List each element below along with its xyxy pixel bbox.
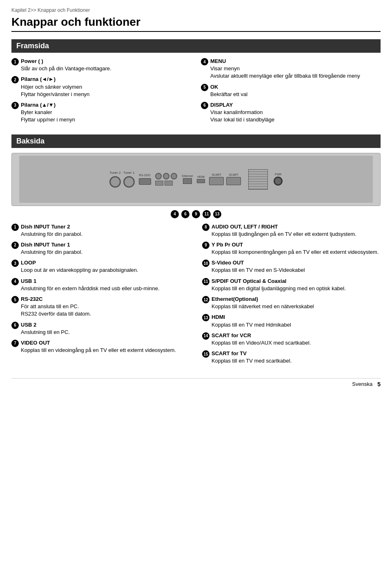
- item-text: Pilarna (▲/▼)Byter kanalerFlyttar upp/ne…: [21, 101, 75, 124]
- item-text: VIDEO OUTKopplas till en videoingång på …: [21, 339, 176, 354]
- item-label: RS-232C: [21, 296, 42, 302]
- item-label: DISPLAY: [210, 102, 233, 108]
- item-number: 4: [201, 58, 208, 65]
- list-item: 5OKBekräftar ett val: [201, 83, 381, 98]
- item-label: Power ( ): [21, 58, 43, 64]
- item-number: 11: [202, 278, 209, 285]
- list-item: 15SCART for TVKopplas till en TV med sca…: [202, 350, 381, 365]
- item-number: 9: [202, 242, 209, 249]
- item-text: MENUVisar menynAvslutar aktuellt menyläg…: [210, 58, 360, 80]
- device-image: Tuner 2 Tuner 1 RS-232C: [11, 153, 381, 206]
- item-number: 8: [202, 224, 209, 231]
- list-item: 4USB 1Anslutning för en extern hårddisk …: [11, 278, 190, 292]
- item-label: SCART for VCR: [212, 332, 251, 338]
- list-item: 3LOOPLoop out är en vidarekoppling av pa…: [11, 259, 190, 274]
- list-item: 2Dish INPUT Tuner 1Anslutning för din pa…: [11, 241, 190, 256]
- list-item: 10S-Video OUTKopplas till en TV med en S…: [202, 259, 381, 274]
- item-text: RS-232CFör att ansluta till en PC.RS232 …: [21, 296, 91, 318]
- baksida-left-col: 1Dish INPUT Tuner 2Anslutning för din pa…: [11, 223, 190, 368]
- item-label: USB 2: [21, 322, 36, 328]
- item-text: Y Pb Pr OUTKopplas till komponentingånge…: [212, 241, 379, 256]
- list-item: 1Dish INPUT Tuner 2Anslutning för din pa…: [11, 223, 190, 238]
- list-item: 6USB 2Anslutning till en PC.: [11, 321, 190, 336]
- list-item: 1Power ( )Slår av och på din Vantage-mot…: [11, 58, 191, 72]
- list-item: 14SCART for VCRKopplas till en Video/AUX…: [202, 332, 381, 347]
- item-text: AUDIO OUT, LEFT / RIGHTKopplas till ljud…: [212, 223, 356, 238]
- item-text: USB 1Anslutning för en extern hårddisk m…: [21, 278, 160, 292]
- item-label: Y Pb Pr OUT: [212, 242, 243, 248]
- item-number: 5: [201, 84, 208, 91]
- framsida-left: 1Power ( )Slår av och på din Vantage-mot…: [11, 58, 191, 127]
- list-item: 11S/PDIF OUT Optical & CoaxialKopplas ti…: [202, 278, 381, 292]
- footer: Svenska 5: [11, 378, 381, 388]
- item-number: 3: [11, 102, 19, 109]
- item-number: 14: [202, 332, 209, 340]
- list-item: 3Pilarna (▲/▼)Byter kanalerFlyttar upp/n…: [11, 101, 191, 124]
- page-number: 5: [377, 381, 381, 388]
- indicator-number: 9: [192, 210, 200, 218]
- indicator-number: 6: [181, 210, 189, 218]
- list-item: 9Y Pb Pr OUTKopplas till komponentingång…: [202, 241, 381, 256]
- item-label: S/PDIF OUT Optical & Coaxial: [212, 278, 286, 284]
- item-text: Power ( )Slår av och på din Vantage-mott…: [21, 58, 111, 72]
- list-item: 5RS-232CFör att ansluta till en PC.RS232…: [11, 296, 190, 318]
- list-item: 6DISPLAYVisar kanalinformationVisar loka…: [201, 101, 381, 124]
- page-title: Knappar och funktioner: [11, 16, 381, 32]
- baksida-header: Baksida: [11, 134, 381, 148]
- list-item: 13HDMIKopplas till en TV med Hdmikabel: [202, 314, 381, 328]
- item-number: 7: [11, 340, 19, 347]
- item-label: Ethernet(Optional): [212, 296, 258, 302]
- framsida-content: 1Power ( )Slår av och på din Vantage-mot…: [11, 58, 381, 127]
- indicator-number: 4: [171, 210, 179, 218]
- footer-language: Svenska: [352, 381, 372, 387]
- device-inner: Tuner 2 Tuner 1 RS-232C: [19, 156, 373, 203]
- item-number: 1: [11, 224, 19, 231]
- item-label: Pilarna (◄/►): [21, 76, 56, 82]
- item-text: Pilarna (◄/►)Höjer och sänker volymenFly…: [21, 76, 89, 98]
- list-item: 12Ethernet(Optional)Kopplas till nätverk…: [202, 296, 381, 310]
- list-item: 8AUDIO OUT, LEFT / RIGHTKopplas till lju…: [202, 223, 381, 238]
- item-number: 13: [202, 314, 209, 321]
- item-text: LOOPLoop out är en vidarekoppling av par…: [21, 259, 138, 274]
- baksida-section: Baksida Tuner 2 Tuner 1 RS-232C: [11, 134, 381, 368]
- item-text: Ethernet(Optional)Kopplas till nätverket…: [212, 296, 314, 310]
- item-label: AUDIO OUT, LEFT / RIGHT: [212, 224, 278, 230]
- item-number: 2: [11, 242, 19, 249]
- item-label: OK: [210, 84, 218, 90]
- item-text: HDMIKopplas till en TV med Hdmikabel: [212, 314, 291, 328]
- item-number: 15: [202, 350, 209, 358]
- item-label: S-Video OUT: [212, 260, 244, 266]
- item-number: 10: [202, 260, 209, 267]
- item-label: Dish INPUT Tuner 1: [21, 242, 70, 248]
- item-number: 2: [11, 76, 19, 83]
- item-text: OKBekräftar ett val: [210, 83, 247, 98]
- item-text: S-Video OUTKopplas till en TV med en S-V…: [212, 259, 305, 274]
- item-text: DISPLAYVisar kanalinformationVisar lokal…: [210, 101, 274, 124]
- item-number: 12: [202, 296, 209, 303]
- item-text: SCART for VCRKopplas till en Video/AUX m…: [212, 332, 311, 347]
- item-number: 4: [11, 278, 19, 285]
- item-label: Dish INPUT Tuner 2: [21, 224, 70, 230]
- list-item: 2Pilarna (◄/►)Höjer och sänker volymenFl…: [11, 76, 191, 98]
- indicator-number: 13: [213, 210, 221, 218]
- item-text: Dish INPUT Tuner 2Anslutning för din par…: [21, 223, 82, 238]
- item-text: Dish INPUT Tuner 1Anslutning för din par…: [21, 241, 82, 256]
- item-number: 5: [11, 296, 19, 303]
- indicator-number: 11: [203, 210, 211, 218]
- list-item: 7VIDEO OUTKopplas till en videoingång på…: [11, 339, 190, 354]
- item-number: 6: [201, 102, 208, 109]
- breadcrumb: Kapitel 2>> Knappar och Funktioner: [11, 7, 381, 13]
- item-label: Pilarna (▲/▼): [21, 102, 56, 108]
- item-label: LOOP: [21, 260, 36, 266]
- indicator-row: 4691113: [11, 210, 381, 218]
- item-text: USB 2Anslutning till en PC.: [21, 321, 70, 336]
- framsida-right: 4MENUVisar menynAvslutar aktuellt menylä…: [201, 58, 381, 127]
- item-label: SCART for TV: [212, 350, 247, 356]
- baksida-cols: 1Dish INPUT Tuner 2Anslutning för din pa…: [11, 223, 381, 368]
- item-label: HDMI: [212, 314, 225, 320]
- item-text: S/PDIF OUT Optical & CoaxialKopplas till…: [212, 278, 346, 292]
- item-label: VIDEO OUT: [21, 340, 50, 346]
- item-label: MENU: [210, 58, 226, 64]
- list-item: 4MENUVisar menynAvslutar aktuellt menylä…: [201, 58, 381, 80]
- item-number: 1: [11, 58, 19, 65]
